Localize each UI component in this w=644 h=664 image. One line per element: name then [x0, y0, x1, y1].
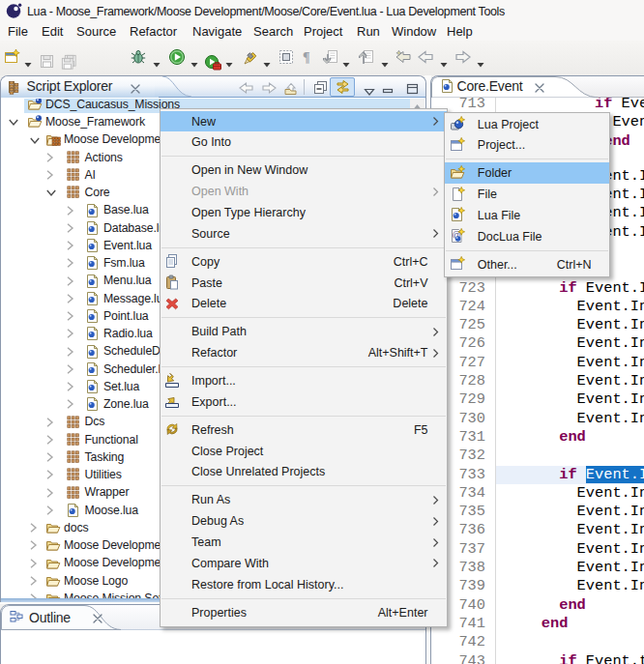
svg-text:¶: ¶ [303, 50, 310, 65]
